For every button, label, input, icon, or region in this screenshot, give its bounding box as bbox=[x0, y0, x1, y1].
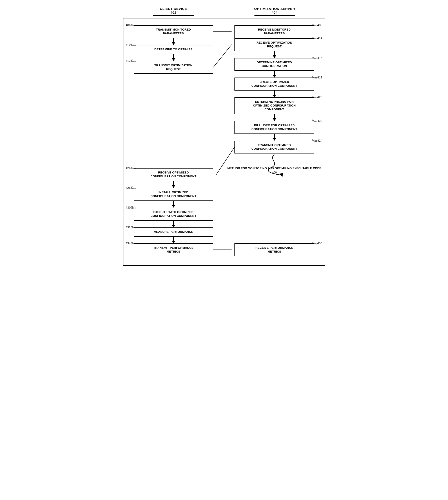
label-428: 428‱ bbox=[126, 186, 136, 190]
arrow-406-410 bbox=[172, 38, 175, 45]
box-determine-pricing: ‱420 DETERMINE PRICING FOROPTIMIZED CONF… bbox=[234, 97, 314, 114]
box-receive-optimization-request: ‱414 RECEIVE OPTIMIZATIONREQUEST bbox=[234, 38, 314, 51]
right-column-subtitle: 404 bbox=[224, 11, 325, 14]
box-receive-monitored-parameters: ‱408 RECEIVE MONITOREDPARAMETERS bbox=[234, 25, 314, 38]
arrow-428-430 bbox=[172, 201, 175, 208]
arrow-426-428 bbox=[172, 181, 175, 188]
box-transmit-optimization-request: 412‱ TRANSMIT OPTIMIZATIONREQUEST bbox=[134, 61, 213, 74]
label-410: 410‱ bbox=[126, 43, 136, 47]
right-column: ‱408 RECEIVE MONITOREDPARAMETERS ‱414 RE… bbox=[224, 18, 325, 265]
label-414: ‱414 bbox=[312, 36, 322, 40]
box-measure-performance: 432‱ MEASURE PERFORMANCE bbox=[134, 227, 213, 237]
label-408: ‱408 bbox=[312, 23, 322, 27]
box-install-optimized-config-component: 428‱ INSTALL OPTIMIZEDCONFIGURATION COMP… bbox=[134, 188, 213, 201]
label-426: 426‱ bbox=[126, 166, 136, 170]
left-column: 406‱ TRANSMIT MONITOREDPARAMETERS 410‱ D… bbox=[123, 18, 224, 265]
box-execute-optimized-config-component: 430‱ EXECUTE WITH OPTIMIZEDCONFIGURATION… bbox=[134, 208, 213, 221]
diagram-body: 406‱ TRANSMIT MONITOREDPARAMETERS 410‱ D… bbox=[123, 18, 325, 266]
arrow-430-432 bbox=[172, 221, 175, 227]
box-receive-optimized-config-component: 426‱ RECEIVE OPTIMIZEDCONFIGURATION COMP… bbox=[134, 168, 213, 181]
box-receive-performance-metrics: ‱436 RECEIVE PERFORMANCEMETRICS bbox=[234, 243, 314, 256]
label-412: 412‱ bbox=[126, 59, 136, 63]
arrow-410-412 bbox=[172, 54, 175, 61]
label-418: ‱418 bbox=[312, 76, 322, 79]
label-436: ‱436 bbox=[312, 242, 322, 245]
arrow-418-420 bbox=[273, 91, 276, 97]
columns-header: CLIENT DEVICE 402 OPTIMIZATION SERVER 40… bbox=[123, 7, 325, 16]
label-430: 430‱ bbox=[126, 206, 136, 210]
arrow-420-422 bbox=[273, 114, 276, 121]
box-transmit-optimized-config-component: ‱424 TRANSMIT OPTIMIZEDCONFIGURATION COM… bbox=[234, 141, 314, 154]
label-424: ‱424 bbox=[312, 139, 322, 143]
label-432: 432‱ bbox=[126, 226, 136, 229]
arrow-414-416 bbox=[273, 51, 276, 58]
box-determine-optimized-configuration: ‱416 DETERMINE OPTIMIZEDCONFIGURATION bbox=[234, 58, 314, 71]
label-420: ‱420 bbox=[312, 95, 322, 99]
label-406: 406‱ bbox=[126, 23, 136, 27]
left-column-subtitle: 402 bbox=[123, 11, 224, 14]
label-416: ‱416 bbox=[312, 56, 322, 60]
arrow-422-424 bbox=[273, 134, 276, 141]
right-column-title: OPTIMIZATION SERVER bbox=[224, 7, 325, 11]
diagram-wrapper: CLIENT DEVICE 402 OPTIMIZATION SERVER 40… bbox=[123, 7, 325, 266]
box-create-optimized-config-component: ‱418 CREATE OPTIMIZEDCONFIGURATION COMPO… bbox=[234, 78, 314, 91]
left-column-title: CLIENT DEVICE bbox=[123, 7, 224, 11]
arrow-432-434 bbox=[172, 237, 175, 243]
box-bill-user: ‱422 BILL USER FOR OPTIMIZEDCONFIGURATIO… bbox=[234, 121, 314, 134]
label-434: 434‱ bbox=[126, 242, 136, 245]
box-determine-to-optimize: 410‱ DETERMINE TO OPTIMIZE bbox=[134, 45, 213, 54]
label-422: ‱422 bbox=[312, 119, 322, 123]
arrow-416-418 bbox=[273, 71, 276, 78]
box-transmit-performance-metrics: 434‱ TRANSMIT PERFORMANCEMETRICS bbox=[134, 243, 213, 256]
method-label: METHOD FOR MONITORING AND OPTIMIZING EXE… bbox=[227, 166, 321, 175]
box-transmit-monitored-parameters: 406‱ TRANSMIT MONITOREDPARAMETERS bbox=[134, 25, 213, 38]
